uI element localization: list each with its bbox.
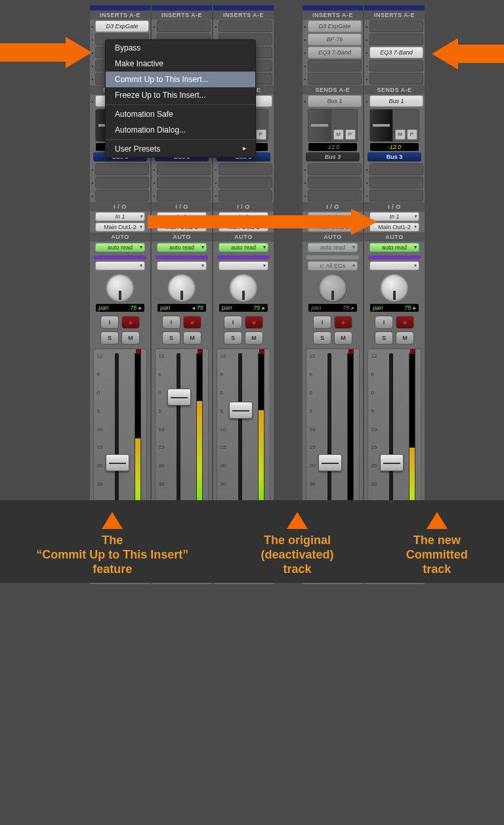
insert-slot[interactable]: BF-76 — [308, 33, 362, 45]
group-selector[interactable]: c: All EGs — [308, 261, 358, 270]
pan-knob[interactable] — [167, 274, 196, 303]
insert-slot[interactable]: D3 ExpGate — [95, 20, 149, 32]
insert-slot[interactable] — [369, 73, 423, 85]
pan-knob[interactable] — [318, 274, 347, 303]
send-slot-empty[interactable] — [308, 177, 362, 188]
mute-button[interactable]: M — [183, 331, 201, 345]
record-enable-button[interactable] — [396, 316, 414, 329]
send-pre[interactable]: P — [345, 129, 356, 140]
insert-slot[interactable] — [369, 60, 423, 72]
send-mute[interactable]: M — [395, 129, 406, 140]
menu-freeze-up-to-insert[interactable]: Freeze Up to This Insert... — [106, 87, 255, 103]
insert-slot[interactable] — [219, 20, 272, 32]
send-slot-empty[interactable] — [95, 190, 149, 201]
svg-marker-0 — [0, 37, 92, 68]
record-enable-button[interactable] — [334, 316, 352, 329]
insert-slot[interactable]: EQ3 7-Band — [308, 47, 362, 58]
volume-fader[interactable] — [380, 454, 404, 471]
output-selector[interactable]: Main Out1-2 — [95, 222, 145, 232]
insert-slot[interactable] — [308, 60, 362, 72]
group-selector[interactable]: c: All EGs — [369, 261, 419, 270]
automation-mode[interactable]: auto read — [157, 243, 207, 252]
menu-bypass[interactable]: Bypass — [106, 40, 255, 56]
record-enable-button[interactable] — [121, 316, 140, 329]
send-slot-empty[interactable] — [219, 163, 272, 175]
menu-make-inactive[interactable]: Make Inactive — [106, 56, 255, 72]
track-color-bar — [156, 255, 207, 259]
send-slot-empty[interactable] — [95, 163, 149, 175]
send-slot-empty[interactable] — [95, 177, 149, 188]
group-selector[interactable]: c: All EGs — [219, 261, 268, 270]
solo-button[interactable]: S — [313, 331, 331, 345]
solo-button[interactable]: S — [100, 331, 119, 345]
input-monitor-button[interactable]: I — [375, 316, 393, 329]
send-slot-empty[interactable] — [157, 177, 211, 188]
input-monitor-button[interactable]: I — [224, 316, 242, 329]
send-slot-empty[interactable] — [308, 190, 362, 201]
track-color-bar — [368, 255, 420, 259]
insert-slot[interactable]: D3 ExpGate — [308, 20, 362, 32]
automation-mode[interactable]: auto read — [95, 243, 145, 252]
send-slot-empty[interactable] — [157, 163, 211, 175]
send-mini-fader[interactable]: MP — [369, 109, 419, 142]
solo-button[interactable]: S — [224, 331, 242, 345]
pan-knob[interactable] — [106, 274, 135, 303]
volume-fader[interactable] — [229, 402, 253, 419]
pan-knob[interactable] — [380, 274, 409, 303]
mute-button[interactable]: M — [334, 331, 352, 345]
sends-header: SENDS A-E — [364, 85, 425, 95]
send-slot-empty[interactable] — [369, 163, 423, 175]
input-monitor-button[interactable]: I — [100, 316, 119, 329]
input-selector[interactable]: In 1 — [95, 212, 145, 221]
input-monitor-button[interactable]: I — [162, 316, 180, 329]
send-slot-empty[interactable] — [369, 177, 423, 188]
mute-button[interactable]: M — [121, 331, 140, 345]
pan-knob[interactable] — [229, 274, 258, 303]
send-slot-empty[interactable] — [308, 163, 362, 175]
insert-slot[interactable] — [369, 33, 423, 45]
send-slot[interactable]: Bus 1 — [308, 95, 362, 107]
mute-button[interactable]: M — [245, 331, 263, 345]
send-slot[interactable]: Bus 1 — [369, 95, 423, 107]
menu-commit-up-to-insert[interactable]: Commit Up to This Insert... — [106, 72, 255, 87]
insert-slot[interactable]: EQ3 7-Band — [369, 47, 423, 58]
auto-header: AUTO — [90, 232, 150, 242]
insert-slot[interactable] — [157, 20, 211, 32]
volume-fader[interactable] — [318, 454, 342, 471]
inserts-header: INSERTS A-E — [90, 11, 150, 20]
bus-output[interactable]: Bus 3 — [306, 152, 360, 161]
automation-mode[interactable]: auto read — [369, 243, 419, 252]
send-level: -12.0 — [370, 143, 419, 151]
send-mini-fader[interactable]: MP — [308, 109, 358, 142]
menu-automation-safe[interactable]: Automation Safe — [106, 106, 255, 122]
input-monitor-button[interactable]: I — [313, 316, 331, 329]
pan-readout: pan75 ▸ — [370, 304, 419, 312]
menu-user-presets[interactable]: User Presets — [106, 141, 255, 157]
automation-mode[interactable]: auto read — [308, 243, 358, 252]
send-mute[interactable]: M — [333, 129, 344, 140]
record-enable-button[interactable] — [245, 316, 263, 329]
group-selector[interactable]: c: All EGs — [95, 261, 145, 270]
record-enable-button[interactable] — [183, 316, 201, 329]
mute-button[interactable]: M — [396, 331, 414, 345]
send-pre[interactable]: P — [407, 129, 417, 140]
insert-slot[interactable] — [308, 73, 362, 85]
send-slot-empty[interactable] — [157, 190, 211, 201]
insert-slot[interactable] — [369, 20, 423, 32]
solo-button[interactable]: S — [162, 331, 180, 345]
group-selector[interactable]: c: All EGs — [157, 261, 207, 270]
svg-marker-1 — [432, 38, 504, 70]
bus-output[interactable]: Bus 3 — [368, 152, 422, 161]
volume-fader[interactable] — [167, 389, 191, 406]
send-slot-empty[interactable] — [219, 177, 272, 188]
track-color-bar — [217, 255, 269, 259]
track-color-bar — [94, 255, 146, 259]
menu-automation-dialog[interactable]: Automation Dialog... — [106, 122, 255, 138]
annotation-captions: The“Commit Up to This Insert”feature The… — [0, 500, 504, 583]
send-slot-empty[interactable] — [219, 190, 272, 201]
solo-button[interactable]: S — [375, 331, 393, 345]
automation-mode[interactable]: auto read — [219, 243, 268, 252]
volume-fader[interactable] — [106, 454, 129, 471]
send-pre[interactable]: P — [256, 129, 266, 140]
send-slot-empty[interactable] — [369, 190, 423, 201]
